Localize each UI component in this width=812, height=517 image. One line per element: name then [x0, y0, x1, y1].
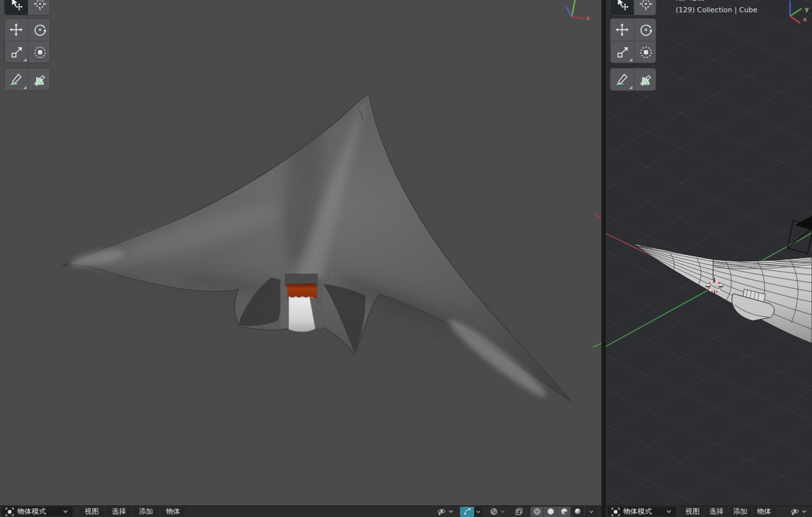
menu-row: 视图 选择 添加 物体	[79, 507, 185, 516]
axis-gizmo-left[interactable]: x	[549, 0, 594, 28]
transform-icon	[640, 46, 651, 57]
subtool-indicator	[23, 58, 26, 61]
tool-rotate[interactable]	[634, 19, 656, 41]
tool-scale[interactable]	[610, 41, 634, 63]
overlays-icon	[490, 508, 497, 515]
tool-measure[interactable]	[634, 68, 656, 90]
select-box-icon	[12, 0, 23, 10]
viewport-perspective-label: 用户透视	[676, 0, 704, 2]
axis-gizmo-right[interactable]: y x	[769, 0, 812, 30]
chevron-down-icon	[477, 511, 480, 512]
header-bar-right: 物体模式 视图 选择 添加 物体	[606, 505, 812, 517]
axis-y-label[interactable]: y	[805, 6, 809, 12]
chevron-down-icon	[64, 511, 68, 512]
tool-select-box[interactable]	[5, 0, 28, 15]
object-mode-icon	[612, 508, 619, 515]
toggle-xray-button[interactable]	[514, 507, 524, 516]
mode-dropdown[interactable]: 物体模式	[2, 507, 73, 516]
gizmo-icon	[464, 508, 470, 514]
subtool-indicator	[629, 86, 632, 89]
wireframe-shading-icon	[534, 509, 539, 514]
viewport-right[interactable]: 用户透视 (129) Collection | Cube y x	[606, 0, 812, 505]
measure-icon	[34, 76, 44, 85]
chevron-down-icon	[667, 511, 671, 512]
move-icon	[10, 23, 23, 36]
aircraft-model-shaded	[62, 93, 571, 403]
cursor-icon	[34, 0, 46, 10]
menu-add[interactable]: 添加	[729, 507, 751, 516]
show-gizmos-toggle[interactable]	[460, 507, 483, 517]
tool-cursor[interactable]	[28, 0, 50, 15]
show-overlays-toggle[interactable]	[489, 507, 506, 516]
rotate-icon	[641, 25, 652, 35]
menu-object[interactable]: 物体	[161, 507, 185, 516]
select-box-icon	[618, 0, 629, 10]
axis-x-label[interactable]: x	[803, 16, 807, 23]
menu-select[interactable]: 选择	[107, 507, 131, 516]
chevron-down-icon	[802, 511, 806, 512]
shading-dropdown[interactable]	[584, 507, 598, 517]
scale-icon	[618, 47, 627, 57]
rotate-icon	[35, 25, 46, 35]
tool-annotate[interactable]	[610, 68, 634, 90]
menu-object[interactable]: 物体	[753, 507, 775, 516]
subtool-indicator	[23, 86, 26, 89]
chevron-down-icon	[590, 511, 593, 512]
mode-dropdown[interactable]: 物体模式	[608, 507, 676, 516]
transform-icon	[34, 46, 45, 57]
menu-select[interactable]: 选择	[705, 507, 727, 516]
move-icon	[616, 23, 629, 36]
menu-view[interactable]: 视图	[682, 507, 703, 516]
tool-rotate[interactable]	[28, 19, 50, 41]
object-type-visibility-button[interactable]	[436, 507, 455, 516]
axis-x-label[interactable]: x	[586, 15, 590, 21]
collection-breadcrumb: (129) Collection | Cube	[676, 6, 758, 14]
cursor-icon	[640, 0, 652, 10]
viewport-split-handle[interactable]	[601, 0, 606, 517]
menu-add[interactable]: 添加	[134, 507, 158, 516]
measure-icon	[640, 76, 650, 85]
annotate-icon	[10, 74, 21, 85]
tool-scale[interactable]	[5, 41, 28, 63]
xray-icon	[516, 509, 522, 514]
tool-measure[interactable]	[28, 68, 50, 90]
shading-solid-button[interactable]	[543, 507, 557, 517]
shading-rendered-button[interactable]	[570, 507, 584, 517]
header-bar-left: 物体模式 视图 选择 添加 物体	[0, 505, 601, 517]
tool-transform[interactable]	[634, 41, 656, 63]
aircraft-model-wireframe	[634, 244, 812, 343]
solid-shading-icon	[547, 509, 553, 514]
header-controls	[436, 507, 598, 517]
annotate-icon	[616, 74, 627, 85]
tool-shelf-left	[4, 0, 50, 91]
material-shading-icon	[561, 509, 567, 514]
viewport-left-canvas	[0, 0, 601, 505]
mode-dropdown-label: 物体模式	[623, 507, 652, 516]
object-mode-icon	[6, 508, 13, 515]
tool-transform[interactable]	[28, 41, 50, 63]
scale-icon	[12, 47, 21, 57]
menu-view[interactable]: 视图	[79, 507, 104, 516]
blender-window: x	[0, 0, 812, 517]
tool-move[interactable]	[610, 19, 634, 41]
shading-wireframe-button[interactable]	[530, 507, 543, 517]
rendered-shading-icon	[574, 509, 580, 514]
tool-cursor[interactable]	[634, 0, 656, 15]
eye-icon	[438, 509, 445, 515]
tool-move[interactable]	[5, 19, 28, 41]
subtool-indicator	[629, 58, 632, 61]
viewport-left[interactable]: x	[0, 0, 601, 505]
chevron-down-icon	[449, 511, 452, 512]
tool-annotate[interactable]	[5, 68, 28, 90]
mode-dropdown-label: 物体模式	[17, 507, 46, 516]
header-controls	[789, 507, 808, 516]
camera-object	[787, 215, 812, 254]
tool-shelf-right	[610, 0, 656, 91]
chevron-down-icon	[501, 511, 504, 512]
object-type-visibility-button[interactable]	[789, 507, 808, 516]
eye-icon	[791, 509, 798, 515]
menu-row: 视图 选择 添加 物体	[682, 507, 775, 516]
shading-material-button[interactable]	[557, 507, 570, 517]
shading-mode-group	[530, 507, 598, 517]
tool-select-box[interactable]	[610, 0, 634, 15]
